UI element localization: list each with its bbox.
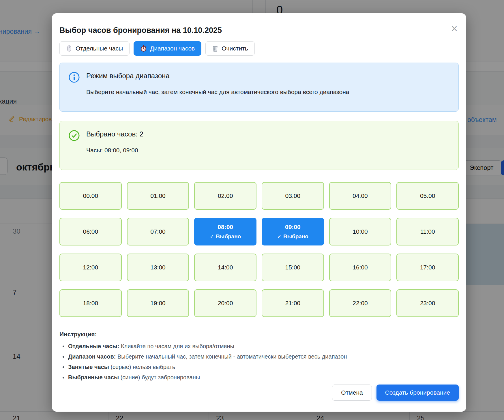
selected-hours-text: Часы: 08:00, 09:00 bbox=[86, 147, 143, 154]
hour-label: 18:00 bbox=[83, 300, 98, 307]
selected-hours-box: Выбрано часов: 2 Часы: 08:00, 09:00 bbox=[59, 121, 459, 170]
hour-label: 10:00 bbox=[353, 228, 368, 235]
hour-button-19:00[interactable]: 19:00 bbox=[127, 289, 189, 317]
hour-label: 20:00 bbox=[218, 300, 233, 307]
hour-button-21:00[interactable]: 21:00 bbox=[262, 289, 324, 317]
hour-label: 12:00 bbox=[83, 264, 98, 271]
close-icon[interactable]: × bbox=[449, 22, 459, 35]
hour-button-02:00[interactable]: 02:00 bbox=[194, 182, 256, 210]
hour-label: 07:00 bbox=[150, 228, 166, 235]
trash-icon bbox=[212, 45, 218, 52]
hour-button-10:00[interactable]: 10:00 bbox=[329, 218, 391, 245]
hour-label: 15:00 bbox=[285, 264, 301, 271]
hour-button-08:00[interactable]: 08:00✓ Выбрано bbox=[194, 218, 256, 245]
hour-label: 11:00 bbox=[420, 228, 435, 235]
hour-button-15:00[interactable]: 15:00 bbox=[262, 254, 324, 281]
hour-label: 03:00 bbox=[285, 192, 301, 199]
tab-label: Очистить bbox=[222, 45, 248, 52]
dialog-title: Выбор часов бронирования на 10.10.2025 bbox=[59, 26, 459, 35]
hour-label: 05:00 bbox=[420, 192, 435, 199]
tab-clear[interactable]: Очистить bbox=[205, 41, 254, 56]
tab-individual-hours[interactable]: Отдельные часы bbox=[59, 41, 130, 56]
hour-label: 14:00 bbox=[218, 264, 233, 271]
hour-button-03:00[interactable]: 03:00 bbox=[262, 182, 324, 210]
hour-button-11:00[interactable]: 11:00 bbox=[396, 218, 459, 245]
hour-label: 21:00 bbox=[285, 300, 301, 307]
hour-label: 01:00 bbox=[150, 192, 166, 199]
hour-label: 17:00 bbox=[420, 264, 435, 271]
create-booking-button[interactable]: Создать бронирование bbox=[376, 385, 459, 401]
info-box-description: Выберите начальный час, затем конечный ч… bbox=[86, 88, 349, 96]
hour-label: 09:00 bbox=[285, 224, 301, 230]
hour-label: 16:00 bbox=[353, 264, 368, 271]
selected-badge: ✓ Выбрано bbox=[277, 233, 308, 240]
dialog-footer: Отмена Создать бронирование bbox=[59, 385, 459, 401]
instruction-item: Отдельные часы: Кликайте по часам для их… bbox=[68, 342, 459, 350]
hour-button-23:00[interactable]: 23:00 bbox=[396, 289, 459, 317]
instructions-heading: Инструкция: bbox=[59, 331, 459, 338]
hour-button-00:00[interactable]: 00:00 bbox=[59, 182, 122, 210]
hour-label: 06:00 bbox=[83, 228, 98, 235]
hour-label: 22:00 bbox=[353, 300, 368, 307]
booking-hours-dialog: × Выбор часов бронирования на 10.10.2025… bbox=[52, 13, 466, 412]
stopwatch-icon bbox=[140, 45, 147, 52]
instruction-item: Выбранные часы (синие) будут забронирова… bbox=[68, 374, 459, 381]
hour-button-06:00[interactable]: 06:00 bbox=[59, 218, 122, 245]
hour-label: 19:00 bbox=[150, 300, 166, 307]
hour-button-14:00[interactable]: 14:00 bbox=[194, 254, 256, 281]
hour-button-20:00[interactable]: 20:00 bbox=[194, 289, 256, 317]
mode-tabs: Отдельные часы Диапазон часов bbox=[59, 41, 459, 56]
hour-button-01:00[interactable]: 01:00 bbox=[127, 182, 189, 210]
mouse-icon bbox=[66, 45, 72, 52]
hour-button-07:00[interactable]: 07:00 bbox=[127, 218, 189, 245]
selected-count-text: Выбрано часов: 2 bbox=[86, 130, 143, 138]
instructions-list: Отдельные часы: Кликайте по часам для их… bbox=[59, 342, 459, 381]
info-icon bbox=[68, 72, 80, 103]
info-box-title: Режим выбора диапазона bbox=[86, 72, 349, 80]
screen: нирования → 0 кация Редактировать октябр… bbox=[0, 0, 504, 420]
hour-button-13:00[interactable]: 13:00 bbox=[127, 254, 189, 281]
hour-button-18:00[interactable]: 18:00 bbox=[59, 289, 122, 317]
hour-label: 04:00 bbox=[353, 192, 368, 199]
hour-button-22:00[interactable]: 22:00 bbox=[329, 289, 391, 317]
hour-label: 02:00 bbox=[218, 192, 233, 199]
tab-hour-range[interactable]: Диапазон часов bbox=[134, 41, 201, 56]
hour-label: 13:00 bbox=[150, 264, 166, 271]
hour-button-09:00[interactable]: 09:00✓ Выбрано bbox=[262, 218, 324, 245]
cancel-button[interactable]: Отмена bbox=[332, 385, 372, 401]
hours-grid: 00:0001:0002:0003:0004:0005:0006:0007:00… bbox=[59, 182, 459, 317]
hour-button-16:00[interactable]: 16:00 bbox=[329, 254, 391, 281]
selected-badge: ✓ Выбрано bbox=[210, 233, 241, 240]
instruction-item: Занятые часы (серые) нельзя выбрать bbox=[68, 363, 459, 371]
instruction-item: Диапазон часов: Выберите начальный час, … bbox=[68, 353, 459, 360]
hour-button-17:00[interactable]: 17:00 bbox=[396, 254, 459, 281]
tab-label: Диапазон часов bbox=[150, 45, 195, 52]
check-circle-icon bbox=[68, 130, 80, 161]
hour-button-04:00[interactable]: 04:00 bbox=[329, 182, 391, 210]
tab-label: Отдельные часы bbox=[76, 45, 123, 52]
hour-button-12:00[interactable]: 12:00 bbox=[59, 254, 122, 281]
hour-label: 23:00 bbox=[420, 300, 435, 307]
hour-button-05:00[interactable]: 05:00 bbox=[396, 182, 459, 210]
hour-label: 00:00 bbox=[83, 192, 98, 199]
hour-label: 08:00 bbox=[218, 224, 233, 230]
range-mode-info-box: Режим выбора диапазона Выберите начальны… bbox=[59, 63, 459, 112]
